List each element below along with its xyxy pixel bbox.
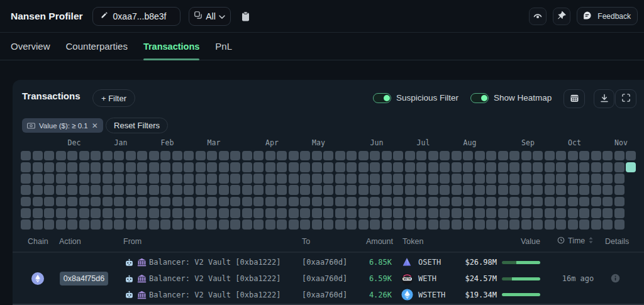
- heatmap-cell[interactable]: [21, 162, 31, 172]
- token-label[interactable]: WSTETH: [418, 289, 445, 301]
- heatmap-cell[interactable]: [137, 208, 147, 218]
- heatmap-cell[interactable]: [521, 162, 531, 172]
- heatmap-cell[interactable]: [486, 162, 496, 172]
- heatmap-cell[interactable]: [44, 174, 54, 184]
- heatmap-cell[interactable]: [172, 185, 182, 195]
- heatmap-cell[interactable]: [33, 208, 43, 218]
- heatmap-cell[interactable]: [614, 162, 625, 172]
- heatmap-cell[interactable]: [196, 219, 206, 230]
- heatmap-cell[interactable]: [393, 151, 403, 161]
- details-info-icon[interactable]: [611, 274, 620, 283]
- heatmap-cell[interactable]: [172, 208, 182, 218]
- heatmap-cell[interactable]: [265, 151, 275, 161]
- heatmap-cell[interactable]: [300, 197, 310, 207]
- heatmap-cell[interactable]: [207, 185, 217, 195]
- heatmap-cell[interactable]: [335, 174, 345, 184]
- heatmap-cell[interactable]: [393, 162, 403, 172]
- heatmap-cell[interactable]: [591, 197, 601, 207]
- heatmap-cell[interactable]: [440, 197, 450, 207]
- heatmap-cell[interactable]: [591, 185, 601, 195]
- heatmap-cell[interactable]: [370, 162, 380, 172]
- heatmap-cell[interactable]: [219, 197, 229, 207]
- heatmap-cell[interactable]: [358, 219, 369, 230]
- heatmap-cell[interactable]: [545, 208, 555, 218]
- heatmap-cell[interactable]: [405, 197, 415, 207]
- fullscreen-button[interactable]: [615, 89, 636, 108]
- heatmap-cell[interactable]: [230, 185, 240, 195]
- heatmap-cell[interactable]: [312, 219, 322, 230]
- heatmap-cell[interactable]: [277, 208, 287, 218]
- heatmap-cell[interactable]: [382, 174, 392, 184]
- heatmap-cell[interactable]: [463, 219, 473, 230]
- heatmap-cell[interactable]: [149, 185, 159, 195]
- heatmap-cell[interactable]: [463, 162, 473, 172]
- heatmap-cell-highlighted[interactable]: [626, 162, 636, 172]
- heatmap-cell[interactable]: [347, 174, 357, 184]
- heatmap-cell[interactable]: [149, 162, 159, 172]
- heatmap-cell[interactable]: [21, 151, 31, 161]
- heatmap-cell[interactable]: [160, 208, 170, 218]
- heatmap-cell[interactable]: [253, 219, 264, 230]
- heatmap-cell[interactable]: [475, 197, 485, 207]
- heatmap-cell[interactable]: [242, 162, 252, 172]
- heatmap-cell[interactable]: [382, 208, 392, 218]
- heatmap-cell[interactable]: [289, 185, 299, 195]
- heatmap-cell[interactable]: [67, 151, 77, 161]
- heatmap-cell[interactable]: [382, 162, 392, 172]
- chain-scope-dropdown[interactable]: All: [189, 7, 231, 26]
- heatmap-cell[interactable]: [172, 219, 182, 230]
- heatmap-cell[interactable]: [79, 185, 89, 195]
- heatmap-cell[interactable]: [463, 197, 473, 207]
- heatmap-cell[interactable]: [126, 219, 136, 230]
- heatmap-cell[interactable]: [533, 185, 543, 195]
- heatmap-cell[interactable]: [312, 185, 322, 195]
- heatmap-cell[interactable]: [91, 185, 101, 195]
- from-address[interactable]: Balancer: V2 Vault [0xba1222]: [149, 272, 281, 285]
- heatmap-cell[interactable]: [428, 197, 438, 207]
- heatmap-cell[interactable]: [33, 197, 43, 207]
- heatmap-cell[interactable]: [56, 174, 66, 184]
- heatmap-cell[interactable]: [393, 208, 403, 218]
- heatmap-cell[interactable]: [67, 185, 77, 195]
- heatmap-cell[interactable]: [33, 151, 43, 161]
- heatmap-cell[interactable]: [265, 162, 275, 172]
- heatmap-cell[interactable]: [416, 174, 426, 184]
- heatmap-cell[interactable]: [230, 197, 240, 207]
- heatmap-cell[interactable]: [103, 162, 113, 172]
- heatmap-cell[interactable]: [521, 185, 531, 195]
- heatmap-cell[interactable]: [347, 151, 357, 161]
- heatmap-cell[interactable]: [591, 208, 601, 218]
- heatmap-cell[interactable]: [289, 197, 299, 207]
- heatmap-cell[interactable]: [79, 151, 89, 161]
- heatmap-cell[interactable]: [289, 208, 299, 218]
- heatmap-cell[interactable]: [160, 219, 170, 230]
- heatmap-cell[interactable]: [347, 162, 357, 172]
- heatmap-cell[interactable]: [103, 151, 113, 161]
- heatmap-cell[interactable]: [21, 185, 31, 195]
- add-filter-button[interactable]: + Filter: [92, 89, 135, 107]
- heatmap-cell[interactable]: [358, 197, 369, 207]
- heatmap-cell[interactable]: [568, 174, 578, 184]
- heatmap-cell[interactable]: [382, 197, 392, 207]
- heatmap-cell[interactable]: [312, 162, 322, 172]
- heatmap-cell[interactable]: [545, 219, 555, 230]
- heatmap-cell[interactable]: [428, 219, 438, 230]
- heatmap-cell[interactable]: [44, 197, 54, 207]
- heatmap-cell[interactable]: [452, 208, 462, 218]
- heatmap-cell[interactable]: [67, 197, 77, 207]
- heatmap-cell[interactable]: [253, 185, 264, 195]
- heatmap-cell[interactable]: [382, 219, 392, 230]
- heatmap-cell[interactable]: [21, 208, 31, 218]
- heatmap-cell[interactable]: [475, 219, 485, 230]
- heatmap-cell[interactable]: [33, 219, 43, 230]
- heatmap-cell[interactable]: [393, 174, 403, 184]
- heatmap-cell[interactable]: [172, 174, 182, 184]
- heatmap-cell[interactable]: [498, 197, 508, 207]
- heatmap-cell[interactable]: [498, 174, 508, 184]
- heatmap-cell[interactable]: [207, 174, 217, 184]
- heatmap-cell[interactable]: [591, 151, 601, 161]
- heatmap-cell[interactable]: [602, 185, 613, 195]
- heatmap-cell[interactable]: [242, 185, 252, 195]
- heatmap-cell[interactable]: [300, 151, 310, 161]
- heatmap-cell[interactable]: [533, 174, 543, 184]
